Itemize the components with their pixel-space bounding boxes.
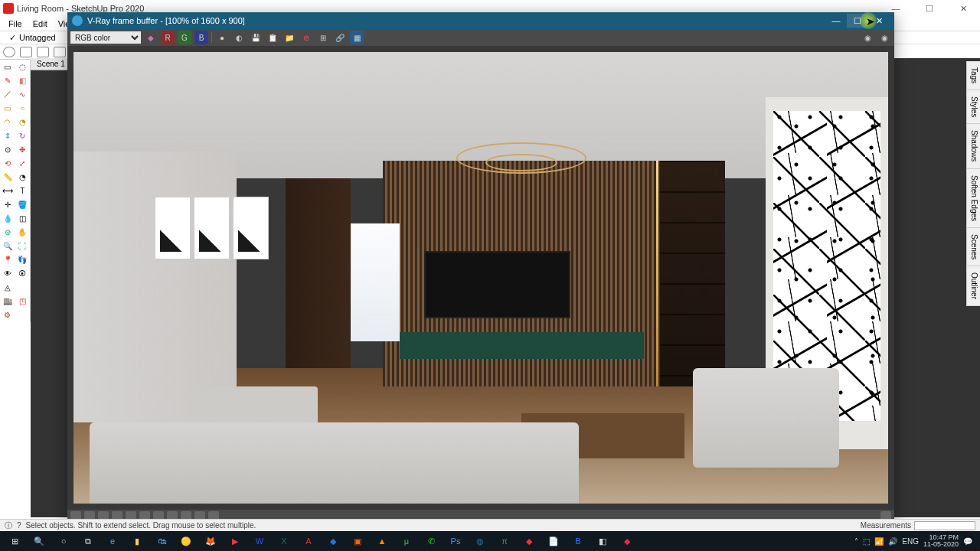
app6-icon[interactable]: ◧ — [591, 533, 614, 549]
protractor-tool-icon[interactable]: ◔ — [15, 170, 31, 184]
app2-icon[interactable]: ◍ — [469, 533, 492, 549]
delete-icon[interactable]: ⊘ — [299, 31, 313, 44]
excel-icon[interactable]: X — [273, 533, 296, 549]
tab-soften-edges[interactable]: Soften Edges — [967, 169, 980, 228]
circle2-tool-icon[interactable]: ○ — [15, 101, 31, 115]
volume-icon[interactable]: 🔊 — [888, 537, 897, 546]
green-channel-button[interactable]: G — [178, 31, 191, 44]
arc-tool-icon[interactable]: ◠ — [0, 115, 15, 129]
revit-icon[interactable]: ◆ — [322, 533, 345, 549]
pan-tool-icon[interactable]: ✋ — [15, 225, 31, 239]
window-close[interactable]: ✕ — [946, 0, 980, 17]
vfb-maximize[interactable]: ☐ — [847, 14, 868, 28]
cloud-tool-icon[interactable] — [54, 47, 66, 57]
rect-tool-icon[interactable]: ▭ — [0, 101, 15, 115]
tape-tool-icon[interactable]: 📏 — [0, 170, 15, 184]
position-tool-icon[interactable]: ⦿ — [15, 266, 31, 280]
select-tool-icon[interactable]: ▭ — [0, 60, 15, 73]
network-icon[interactable]: ⬚ — [863, 537, 870, 546]
rotate-tool-icon[interactable]: ⟲ — [0, 156, 15, 170]
movie-icon[interactable]: ▶ — [224, 533, 247, 549]
zoomext-tool-icon[interactable]: ⛶ — [15, 239, 31, 253]
sample-tool-icon[interactable]: 💧 — [0, 211, 15, 225]
wifi-icon[interactable]: 📶 — [874, 537, 884, 546]
chrome-icon[interactable]: 🟡 — [175, 533, 198, 549]
explorer-icon[interactable]: ▮ — [126, 533, 149, 549]
paint-tool-icon[interactable]: 🪣 — [15, 197, 31, 211]
freehand-tool-icon[interactable]: ∿ — [15, 87, 31, 101]
window-maximize[interactable]: ☐ — [913, 0, 946, 17]
blue-channel-button[interactable]: B — [194, 31, 208, 44]
app1-icon[interactable]: ▣ — [346, 533, 369, 549]
look-tool-icon[interactable]: 👁 — [0, 266, 15, 280]
sandbox-tool-icon[interactable]: ◬ — [0, 280, 15, 294]
tray-chevron-icon[interactable]: ˄ — [854, 537, 858, 546]
menu-edit[interactable]: Edit — [28, 19, 53, 28]
pie-tool-icon[interactable]: ◔ — [15, 115, 31, 129]
offset-tool-icon[interactable]: ⊙ — [0, 142, 15, 156]
vlc-icon[interactable]: ▲ — [371, 533, 394, 549]
tab-outliner[interactable]: Outliner — [967, 266, 980, 306]
location-tool-icon[interactable]: 📍 — [0, 253, 15, 266]
photoshop-icon[interactable]: Ps — [444, 533, 467, 549]
notepad-icon[interactable]: 📄 — [542, 533, 565, 549]
taskbar-clock[interactable]: 10:47 PM 11-05-2020 — [923, 534, 959, 548]
tab-scenes[interactable]: Scenes — [967, 228, 980, 266]
scale-tool-icon[interactable]: ⤢ — [15, 156, 31, 170]
render-viewport[interactable] — [67, 46, 894, 510]
untagged-label[interactable]: Untagged — [19, 33, 56, 42]
tab-tags[interactable]: Tags — [967, 61, 980, 90]
section-tool-icon[interactable]: ◫ — [15, 211, 31, 225]
extension-tool-icon[interactable]: ⚙ — [0, 308, 15, 321]
swap-rgb-icon[interactable]: ◆ — [144, 31, 158, 44]
zoom-tool-icon[interactable]: 🔍 — [0, 239, 15, 253]
tab-shadows[interactable]: Shadows — [967, 124, 980, 168]
pushpull-tool-icon[interactable]: ⇕ — [0, 129, 15, 142]
search-icon[interactable]: 🔍 — [28, 533, 51, 549]
help-icon[interactable]: ? — [17, 521, 21, 530]
cortana-icon[interactable]: ○ — [52, 533, 75, 549]
red-channel-button[interactable]: R — [161, 31, 175, 44]
lasso-tool-icon[interactable]: ◌ — [15, 60, 31, 73]
history-a-icon[interactable]: ◉ — [861, 31, 874, 44]
polygon-tool-icon[interactable] — [37, 47, 49, 57]
vfb-titlebar[interactable]: V-Ray frame buffer - [100% of 1600 x 900… — [67, 12, 894, 29]
language-indicator[interactable]: ENG — [902, 537, 919, 546]
component-tool-icon[interactable]: ◳ — [15, 294, 31, 308]
save-icon[interactable]: 💾 — [249, 31, 263, 44]
start-button[interactable]: ⊞ — [3, 533, 26, 549]
link-icon[interactable]: 🔗 — [333, 31, 347, 44]
orbit-tool-icon[interactable]: ⊛ — [0, 225, 15, 239]
dim-tool-icon[interactable]: ⟷ — [0, 184, 15, 197]
eraser-tool-icon[interactable]: ◧ — [15, 73, 31, 87]
vfb-minimize[interactable]: — — [825, 14, 847, 28]
warehouse-tool-icon[interactable]: 🏬 — [0, 294, 15, 308]
app3-icon[interactable]: π — [493, 533, 516, 549]
utorrent-icon[interactable]: μ — [395, 533, 418, 549]
move-tool-icon[interactable]: ✥ — [15, 142, 31, 156]
app5-icon[interactable]: B — [567, 533, 590, 549]
region-icon[interactable]: ⊞ — [316, 31, 330, 44]
curve-tool-icon[interactable] — [20, 47, 32, 57]
edge-icon[interactable]: e — [101, 533, 124, 549]
line-tool-icon[interactable]: ／ — [0, 87, 15, 101]
pencil-tool-icon[interactable]: ✎ — [0, 73, 15, 87]
mono-dot-icon[interactable]: ● — [215, 31, 229, 44]
circle-tool-icon[interactable] — [3, 47, 15, 57]
text-tool-icon[interactable]: T — [15, 184, 31, 197]
folder-icon[interactable]: 📁 — [283, 31, 296, 44]
taskview-icon[interactable]: ⧉ — [77, 533, 100, 549]
axes-tool-icon[interactable]: ✛ — [0, 197, 15, 211]
store-icon[interactable]: 🛍 — [150, 533, 173, 549]
notifications-icon[interactable]: 💬 — [963, 537, 972, 546]
whatsapp-icon[interactable]: ✆ — [420, 533, 443, 549]
channel-select[interactable]: RGB color — [70, 31, 141, 44]
menu-file[interactable]: File — [3, 19, 28, 28]
clipboard-icon[interactable]: 📋 — [266, 31, 279, 44]
word-icon[interactable]: W — [248, 533, 271, 549]
sketchup-taskbar-icon[interactable]: ◆ — [616, 533, 639, 549]
measurements-input[interactable] — [914, 521, 975, 530]
vfb-settings-icon[interactable]: ▦ — [350, 31, 364, 44]
tab-styles[interactable]: Styles — [967, 90, 980, 124]
alpha-icon[interactable]: ◐ — [232, 31, 246, 44]
